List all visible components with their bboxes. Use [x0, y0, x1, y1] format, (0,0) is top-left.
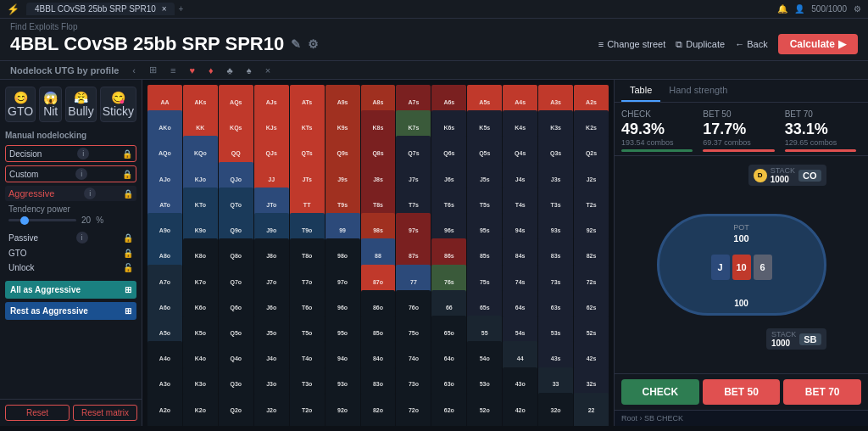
title-bar: ⚡ 4BBL COvSB 25bb SRP SPR10 × + 🔔 👤 500/…	[0, 0, 868, 19]
tab-hand-strength[interactable]: Hand strength	[660, 80, 736, 102]
decision-info: i	[77, 148, 89, 160]
pot-label: POT	[733, 223, 749, 232]
matrix-cell[interactable]: 42o	[503, 393, 537, 426]
profile-bully[interactable]: 😤 Bully	[65, 87, 96, 122]
title-bar-actions: 🔔 👤 500/1000 ⚙	[777, 4, 861, 14]
poker-table: POT 100 J 10 6 100	[657, 214, 826, 316]
nodelock-label: Nodelock UTG by profile	[10, 65, 119, 76]
bet50-action-label: BET 50	[703, 109, 774, 119]
matrix-cell[interactable]: 62o	[431, 393, 466, 426]
player-sb: STACK 1000 SB	[766, 328, 826, 350]
diamond-icon: ♦	[209, 65, 214, 76]
bet70-bar	[785, 149, 856, 152]
tab-table[interactable]: Table	[621, 80, 660, 102]
header: Find Exploits Flop 4BBL COvSB 25bb SRP S…	[0, 19, 868, 61]
matrix-cell[interactable]: T2o	[290, 393, 325, 426]
unlock-label: Unlock	[8, 263, 35, 272]
club-icon: ♣	[227, 65, 233, 76]
check-combos: 193.54 combos	[621, 138, 693, 147]
card-j: J	[711, 255, 730, 280]
gto-row: GTO 🔒	[5, 247, 136, 260]
stats-area: CHECK 49.3% 193.54 combos BET 50 17.7% 6…	[615, 103, 868, 156]
play-icon: ▶	[838, 38, 846, 50]
stat-bet50: BET 50 17.7% 69.37 combos	[698, 109, 779, 152]
user-icon[interactable]: 👤	[794, 4, 804, 14]
profile-sticky[interactable]: 😋 Sticky	[100, 87, 136, 122]
passive-row: Passive i 🔒	[5, 230, 136, 245]
matrix-cell[interactable]: 22	[574, 393, 609, 426]
matrix-cell[interactable]: 72o	[396, 393, 431, 426]
manual-section: Manual nodelocking Decision i 🔒 Custom i…	[5, 131, 136, 320]
left-panel: 😊 GTO 😱 Nit 😤 Bully 😋 Sticky Manual nod	[0, 80, 142, 426]
list-view-btn[interactable]: ≡	[170, 65, 175, 76]
card-10: 10	[732, 255, 751, 280]
custom-label: Custom	[9, 170, 38, 179]
check-btn[interactable]: CHECK	[621, 379, 699, 405]
settings-icon[interactable]: ⚙	[854, 4, 861, 14]
close-tab-btn[interactable]: ×	[162, 4, 167, 14]
matrix-cell[interactable]: 82o	[361, 393, 396, 426]
matrix-cell[interactable]: 92o	[326, 393, 360, 426]
right-panel: Table Hand strength CHECK 49.3% 193.54 c…	[614, 80, 868, 426]
tendency-row: Tendency power 20 %	[5, 203, 136, 227]
aggressive-row[interactable]: Aggressive i 🔒	[5, 186, 136, 201]
gear-icon[interactable]: ⚙	[308, 37, 319, 51]
spade-icon: ♠	[247, 65, 252, 76]
profile-gto[interactable]: 😊 GTO	[5, 87, 36, 122]
pot-value: 100	[733, 233, 748, 243]
bet70-btn[interactable]: BET 70	[783, 379, 861, 405]
unlock-row: Unlock 🔓	[5, 261, 136, 274]
matrix-cell[interactable]: J2o	[254, 393, 289, 426]
credits: 500/1000	[811, 4, 847, 14]
bet50-bar	[703, 149, 774, 152]
bet70-combos: 129.65 combos	[785, 138, 856, 147]
nav-left-btn[interactable]: ‹	[132, 65, 136, 76]
rest-aggressive-btn[interactable]: Rest as Aggressive ⊞	[5, 302, 136, 320]
bet50-combos: 69.37 combos	[703, 138, 774, 147]
grid-view-btn[interactable]: ⊞	[149, 64, 157, 76]
slider-unit: %	[96, 216, 103, 225]
bell-icon[interactable]: 🔔	[777, 4, 787, 14]
bully-emoji: 😤	[68, 91, 93, 104]
all-aggressive-btn[interactable]: All as Aggressive ⊞	[5, 281, 136, 299]
active-tab[interactable]: 4BBL COvSB 25bb SRP SPR10 ×	[26, 3, 175, 15]
card-6: 6	[754, 255, 772, 280]
new-tab-btn[interactable]: +	[178, 4, 183, 14]
decision-label: Decision	[9, 149, 42, 159]
tendency-slider[interactable]	[8, 219, 76, 221]
bet50-btn[interactable]: BET 50	[703, 379, 781, 405]
co-stack-info: STACK 1000	[771, 166, 795, 184]
unlock-icon: 🔓	[123, 263, 133, 272]
close-filter-btn[interactable]: ×	[265, 65, 270, 76]
bet70-action-label: BET 70	[785, 109, 856, 119]
back-btn[interactable]: ← Back	[735, 39, 768, 49]
breadcrumb: Find Exploits Flop	[10, 22, 858, 31]
reset-btn[interactable]: Reset	[5, 405, 70, 421]
manual-label: Manual nodelocking	[5, 131, 136, 140]
matrix-cell[interactable]: A2o	[147, 393, 182, 426]
custom-row[interactable]: Custom i 🔒	[5, 165, 136, 182]
gto-label: GTO	[8, 249, 26, 258]
matrix-cell[interactable]: Q2o	[219, 393, 253, 426]
matrix-container: AAAKsAQsAJsATsA9sA8sA7sA6sA5sA4sA3sA2sAK…	[147, 85, 609, 417]
calculate-btn[interactable]: Calculate ▶	[778, 34, 858, 54]
matrix-cell[interactable]: 52o	[467, 393, 502, 426]
rest-aggressive-icon: ⊞	[125, 306, 131, 316]
nit-emoji: 😱	[42, 91, 59, 104]
duplicate-icon: ⧉	[676, 39, 682, 50]
duplicate-btn[interactable]: ⧉ Duplicate	[676, 39, 725, 50]
custom-info: i	[75, 168, 87, 180]
stat-check: CHECK 49.3% 193.54 combos	[621, 109, 698, 152]
profile-nit[interactable]: 😱 Nit	[39, 87, 62, 122]
decision-row[interactable]: Decision i 🔒	[5, 145, 136, 162]
matrix-cell[interactable]: 32o	[538, 393, 573, 426]
right-tabs: Table Hand strength	[615, 80, 868, 103]
poker-table-area: D STACK 1000 CO POT 100 J 10	[615, 156, 868, 373]
reset-matrix-btn[interactable]: Reset matrix	[73, 405, 137, 421]
passive-info: i	[76, 232, 88, 243]
matrix-cell[interactable]: K2o	[183, 393, 218, 426]
bet50-pct: 17.7%	[703, 120, 774, 138]
bet70-pct: 33.1%	[785, 120, 856, 138]
edit-icon[interactable]: ✎	[291, 37, 301, 51]
change-street-btn[interactable]: ≡ Change street	[598, 39, 666, 49]
